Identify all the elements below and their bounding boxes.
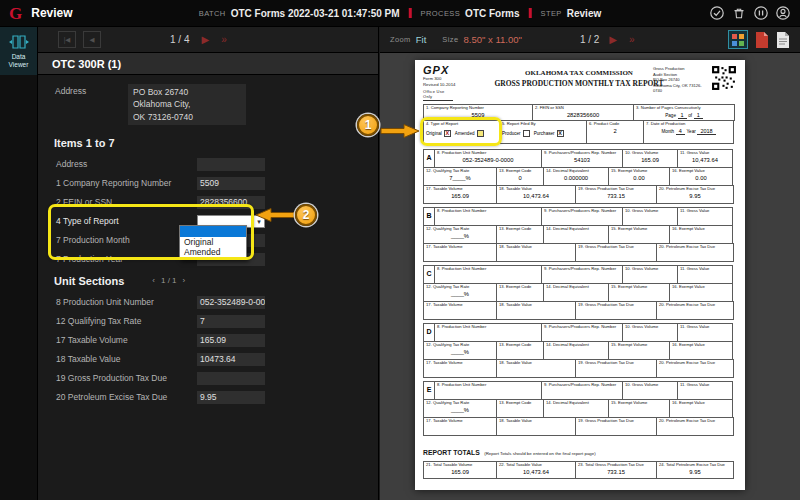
top-bar: G Review BATCH OTC Forms 2022-03-21 01:4… [0, 0, 800, 27]
field-label: 17 Taxable Volume [56, 335, 197, 345]
first-document-button[interactable]: |◀ [58, 31, 76, 48]
form-cell: 13. Exempt Code [496, 283, 544, 302]
zoom-value[interactable]: Fit [416, 34, 427, 45]
form-cell: 19. Gross Production Tax Due [575, 359, 657, 378]
form-cell: 15. Exempt Volume [608, 341, 670, 360]
data-viewer-icon [9, 34, 29, 50]
form-cell: 8. Production Unit Number [434, 323, 542, 342]
field-input[interactable]: 9.95 [197, 391, 265, 404]
form-cell: 12. Qualifying Tax Rate ____% [423, 399, 497, 418]
document-title[interactable]: OTC 300R (1) [38, 53, 378, 75]
field-label: 8 Production Unit Number [56, 297, 197, 307]
sidebar-item-data-viewer[interactable]: Data Viewer [0, 27, 37, 75]
producer-label: Producer [502, 131, 521, 136]
field-input[interactable]: 165.09 [197, 334, 265, 347]
form-cell: 14. Decimal Equivalent [543, 225, 609, 244]
form-cell-label: 22. Total Taxable Value [499, 463, 573, 468]
section-unit-sections[interactable]: Unit Sections ‹ 1 / 1 › [38, 269, 378, 293]
field-input[interactable]: 5509 [197, 177, 265, 190]
form-cell: 15. Exempt Volume [608, 225, 670, 244]
report-totals-note: (Report Totals should be entered on the … [484, 451, 595, 456]
form-field-product-code: 6. Product Code 2 [586, 120, 644, 144]
form-cell-label: 10. Gross Volume [625, 151, 675, 156]
form-cell-label: 12. Qualifying Tax Rate [426, 285, 494, 290]
divider [529, 8, 532, 18]
viewer-next-page-button[interactable]: ▶ [609, 34, 617, 45]
form-cell-label: 14. Decimal Equivalent [546, 285, 606, 290]
form-cell-label: 2. FEIN or SSN [535, 106, 631, 111]
field-label: Address [56, 159, 197, 169]
form-cell: 8. Production Unit Number [434, 207, 542, 226]
year-value: 2018 [697, 128, 715, 135]
data-panel: |◀ ◀ 1 / 4 ▶ » OTC 300R (1) Address PO B… [38, 27, 379, 500]
form-cell-value: 10,473.64 [499, 469, 573, 475]
form-cell-label: 15. Exempt Volume [611, 227, 667, 232]
form-cell-label: 11. Gross Value [680, 209, 730, 214]
pause-icon[interactable] [753, 5, 769, 21]
previous-document-button[interactable]: ◀ [83, 31, 101, 48]
field-row-production-unit-number: 8 Production Unit Number 052-352489-0-00… [38, 293, 265, 312]
form-cell: 14. Decimal Equivalent [543, 341, 609, 360]
field-input[interactable] [197, 158, 265, 171]
field-label: 12 Qualifying Tax Rate [56, 316, 197, 326]
form-cell-label: 8. Production Unit Number [437, 325, 539, 330]
complete-task-icon[interactable] [709, 5, 725, 21]
annotation-arrow-2 [255, 207, 295, 223]
form-cell: 19. Gross Production Tax Due [575, 301, 657, 320]
form-cell-label: 17. Taxable Volume [426, 187, 494, 192]
form-field-total-gross-production-tax-due: 23. Total Gross Production Tax Due 733.1… [575, 461, 657, 479]
field-input[interactable]: 052-352489-0-0000 [197, 296, 265, 309]
field-label: 1 Company Reporting Number [56, 178, 197, 188]
annotation-step-2-badge: 2 [295, 204, 317, 226]
form-cell: 19. Gross Production Tax Due [575, 243, 657, 262]
audit-section-address: Gross Production Audit Section PO Box 26… [653, 66, 707, 94]
delete-icon[interactable] [731, 5, 747, 21]
next-document-button[interactable]: ▶ [201, 34, 209, 45]
viewer-last-page-button[interactable]: » [629, 34, 635, 45]
form-cell-label: 9. Purchasers/Producers Rep. Number [544, 325, 620, 330]
form-cell: 15. Exempt Volume [608, 283, 670, 302]
form-cell-label: 23. Total Gross Production Tax Due [578, 463, 654, 468]
form-cell-value: 0.00 [611, 175, 667, 181]
field-input[interactable]: 7 [197, 315, 265, 328]
report-totals-title: REPORT TOTALS [423, 449, 480, 456]
app-logo[interactable]: G [9, 5, 22, 22]
field-input[interactable]: 10473.64 [197, 353, 265, 366]
form-cell-label: 7. Date of Production [646, 122, 731, 127]
form-title: GROSS PRODUCTION MONTHLY TAX REPORT [493, 79, 665, 88]
percent-line: ____% [453, 175, 471, 181]
form-cell: 13. Exempt Code [496, 225, 544, 244]
form-cell-label: 16. Exempt Value [672, 169, 730, 174]
form-cell-label: 13. Exempt Code [499, 285, 541, 290]
field-input[interactable] [197, 372, 265, 385]
thumbnail-view-toggle[interactable] [728, 30, 748, 49]
last-document-button[interactable]: » [221, 34, 227, 45]
form-cell-value: 052-352489-0-0000 [437, 157, 539, 163]
form-cell-label: 15. Exempt Volume [611, 285, 667, 290]
year-word: Year [686, 129, 695, 134]
user-icon[interactable] [775, 5, 791, 21]
form-cell-value: 10,473.64 [499, 193, 573, 199]
document-viewer: Zoom Fit Size 8.50" x 11.00" 1 / 2 ▶ » [380, 27, 800, 500]
field-row-qualifying-tax-rate: 12 Qualifying Tax Rate 7 [38, 312, 265, 331]
previous-unit-button[interactable]: ‹ [152, 276, 155, 285]
pdf-document-icon[interactable] [755, 32, 769, 48]
form-cell-value: 9.95 [659, 469, 731, 475]
form-cell: 16. Exempt Value 0.00 [669, 167, 733, 186]
purchaser-checkbox: X [557, 130, 564, 137]
form-cell: 19. Gross Production Tax Due 733.15 [575, 185, 657, 204]
form-cell-label: 16. Exempt Value [672, 401, 730, 406]
form-cell-label: 3. Number of Pages Consecutively [636, 106, 732, 111]
next-unit-button[interactable]: › [183, 276, 186, 285]
annotation-arrow-1 [380, 123, 420, 139]
form-cell: 17. Taxable Volume [423, 359, 497, 378]
size-value[interactable]: 8.50" x 11.00" [464, 34, 522, 45]
address-value[interactable]: PO Box 26740 Oklahoma City, OK 73126-074… [128, 84, 246, 125]
section-items-1-to-7[interactable]: Items 1 to 7 [38, 131, 378, 155]
form-cell: 12. Qualifying Tax Rate ____% [423, 283, 497, 302]
text-view-icon[interactable] [776, 32, 790, 48]
form-cell-label: 13. Exempt Code [499, 227, 541, 232]
form-title-block: OKLAHOMA TAX COMMISSION GROSS PRODUCTION… [493, 69, 665, 88]
field-label: 19 Gross Production Tax Due [56, 373, 197, 383]
form-cell: 15. Exempt Volume [608, 399, 670, 418]
